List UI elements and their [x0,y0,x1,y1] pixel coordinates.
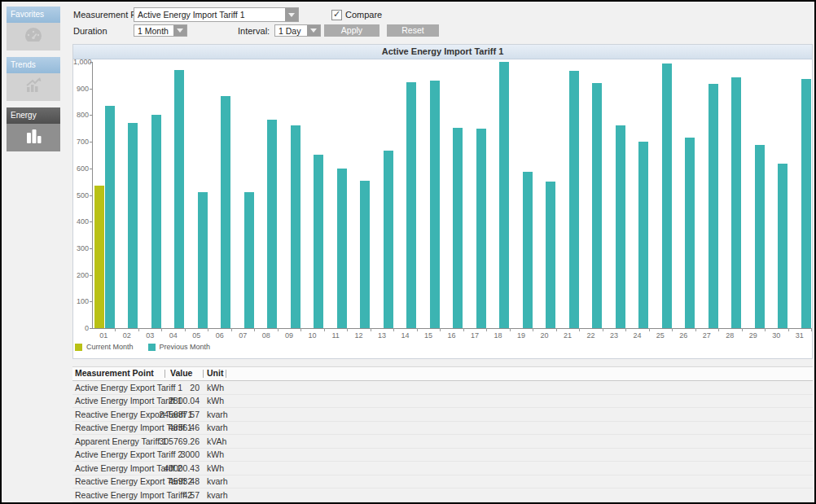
table-row[interactable]: Active Energy Export Tariff 120kWh [72,381,813,395]
cell-unit: kWh [207,463,224,473]
bar-previous-month-13[interactable] [384,151,393,328]
bar-previous-month-03[interactable] [151,115,161,328]
bar-previous-month-05[interactable] [198,192,208,328]
bar-previous-month-21[interactable] [569,71,579,328]
chevron-down-icon[interactable] [173,25,186,36]
bar-group-18 [487,62,510,328]
y-axis-tick-label: 900 [73,85,89,93]
y-axis-tick [90,275,92,276]
bar-previous-month-14[interactable] [406,82,416,328]
bar-previous-month-22[interactable] [592,83,602,328]
column-header-unit: Unit [207,368,223,378]
x-axis-tick-label: 17 [463,331,486,340]
y-axis-tick [90,62,92,63]
chevron-down-icon[interactable] [285,8,298,21]
x-axis-tick-label: 12 [347,331,370,340]
compare-label: Compare [345,10,382,20]
table-row[interactable]: Active Energy Import Tariff 240000.43kWh [72,462,813,476]
table-row[interactable]: Apparent Energy Tariff 1305769.26kVAh [72,435,813,449]
y-axis-tick-label: 1,000 [73,58,89,66]
bar-previous-month-28[interactable] [731,77,741,328]
bar-group-06 [208,62,231,328]
cell-value: 40000.43 [138,463,200,473]
table-row[interactable]: Reactive Energy Export Tariff 24593.48kv… [72,476,813,489]
bar-group-15 [418,62,441,328]
x-axis-tick-label: 14 [393,331,416,340]
bar-group-28 [719,62,742,328]
bar-previous-month-18[interactable] [499,62,509,328]
bar-group-24 [626,62,649,328]
gauge-icon [23,25,44,48]
bar-previous-month-27[interactable] [709,84,718,328]
x-axis-tick-label: 20 [533,331,555,340]
bar-group-27 [696,62,719,328]
cell-unit: kvarh [207,476,228,486]
bar-previous-month-30[interactable] [778,164,787,328]
x-axis-tick-label: 21 [556,331,579,340]
y-axis-tick [90,169,92,169]
bar-previous-month-24[interactable] [638,142,648,328]
bar-previous-month-17[interactable] [476,129,486,328]
bar-previous-month-29[interactable] [755,145,765,328]
table-row[interactable]: Active Energy Export Tariff 23000kWh [72,449,813,462]
measurement-point-select[interactable]: Active Energy Import Tariff 1 [134,7,299,22]
bar-previous-month-01[interactable] [105,106,115,328]
bar-previous-month-08[interactable] [267,120,277,328]
bar-previous-month-10[interactable] [314,155,323,328]
bar-previous-month-16[interactable] [453,128,463,328]
legend-swatch [148,344,156,351]
sidebar-item-label: Trends [7,57,60,73]
x-axis-tick-label: 22 [579,331,602,340]
table-row[interactable]: Active Energy Import Tariff 12800.04kWh [72,395,813,409]
table-row[interactable]: Reactive Energy Export Tariff 1245687.57… [72,408,813,422]
bar-previous-month-04[interactable] [174,70,184,328]
x-axis-tick-label: 13 [371,331,393,340]
bar-previous-month-11[interactable] [337,169,347,328]
chart-title: Active Energy Import Tariff 1 [73,45,812,59]
apply-button[interactable]: Apply [324,24,379,37]
bar-group-10 [301,62,324,328]
interval-select[interactable]: 1 Day [274,24,321,37]
bar-previous-month-26[interactable] [685,138,695,328]
x-axis-tick-label: 05 [185,331,208,340]
bar-current-month-01[interactable] [94,186,104,328]
bar-previous-month-19[interactable] [523,172,533,328]
chart-legend: Current MonthPrevious Month [75,343,210,351]
x-axis-tick-label: 18 [486,331,509,340]
compare-checkbox[interactable]: ✓ [331,10,342,20]
bar-group-26 [673,62,695,328]
sidebar-item-favorites[interactable]: Favorites [7,7,60,50]
table-header: Measurement Point Value Unit [72,366,813,381]
table-row[interactable]: Reactive Energy Import Tariff 24.57kvarh [72,489,813,502]
bar-previous-month-06[interactable] [221,96,230,328]
bar-group-23 [603,62,626,328]
bar-group-19 [511,62,533,328]
legend-item: Current Month [75,343,134,351]
cell-unit: kvarh [207,490,228,500]
legend-label: Previous Month [160,343,211,351]
cell-value: 245687.57 [138,410,200,419]
bar-previous-month-20[interactable] [546,182,555,328]
table-row[interactable]: Reactive Energy Import Tariff 14856.46kv… [72,422,813,436]
bar-previous-month-25[interactable] [662,64,672,328]
x-axis-tick [811,328,812,331]
sidebar-item-energy[interactable]: Energy [7,107,60,151]
reset-button[interactable]: Reset [387,24,439,37]
bar-previous-month-12[interactable] [360,181,370,328]
x-axis-tick-label: 31 [788,331,811,340]
x-axis-tick-label: 27 [695,331,718,340]
chart-panel: Active Energy Import Tariff 1 0102030405… [72,44,813,359]
sidebar-item-trends[interactable]: Trends [7,57,60,101]
duration-value: 1 Month [134,25,173,36]
app-window: Favorites Trends [0,0,816,504]
chevron-down-icon[interactable] [307,25,320,36]
bar-group-05 [186,62,208,328]
bar-previous-month-15[interactable] [430,81,440,328]
bar-previous-month-31[interactable] [801,79,811,328]
bar-previous-month-09[interactable] [291,125,301,328]
bar-group-22 [580,62,603,328]
bar-previous-month-23[interactable] [616,125,625,328]
bar-previous-month-02[interactable] [128,123,138,328]
duration-select[interactable]: 1 Month [134,24,187,37]
bar-previous-month-07[interactable] [244,192,254,328]
